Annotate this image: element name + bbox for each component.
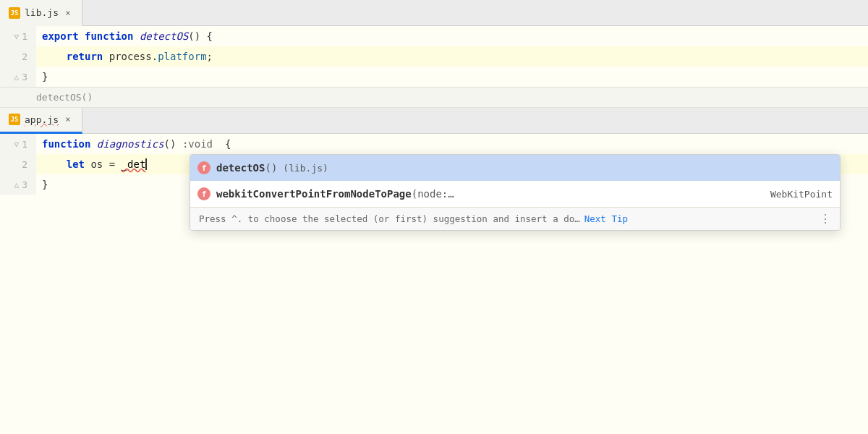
- lib-code-area: ▽ 1 export function detectOS() { 2 retur…: [0, 26, 868, 87]
- fn-diagnostics: diagnostics: [97, 138, 164, 150]
- lib-tab-bar: JS lib.js ×: [0, 0, 868, 26]
- ac-name-webkit: webkitConvertPointFromNodeToPage(node:…: [216, 188, 454, 200]
- ac-webkit-bold: webkitConvertPointFromNodeToPage: [216, 188, 412, 200]
- lib-line-1: ▽ 1 export function detectOS() {: [0, 26, 868, 46]
- tab-lib-js[interactable]: JS lib.js ×: [0, 0, 82, 26]
- ac-name-ectOS: ectOS: [234, 162, 265, 174]
- fold-marker-app-3[interactable]: △: [14, 180, 20, 190]
- lib-line-3-content: }: [36, 71, 868, 82]
- app-js-icon: JS: [9, 114, 20, 125]
- app-line-2-wrapper: 2 let os = _det f detectOS() (lib.js): [0, 154, 868, 174]
- editor-container: JS lib.js × ▽ 1 export function detectOS…: [0, 0, 868, 434]
- autocomplete-footer: Press ^. to choose the selected (or firs…: [190, 207, 840, 230]
- partial-input: _det: [122, 158, 146, 170]
- lib-js-icon: JS: [9, 7, 20, 19]
- fold-marker-3[interactable]: △: [14, 72, 20, 82]
- type-void: :void: [182, 138, 213, 150]
- app-parens: (): [164, 138, 182, 150]
- lib-line-2-content: return process.platform;: [36, 51, 868, 62]
- closing-brace-app: }: [42, 179, 48, 190]
- os-var: os =: [90, 158, 121, 170]
- lib-line-2: 2 return process.platform;: [0, 46, 868, 67]
- ac-parens-1: (): [265, 162, 277, 174]
- text-cursor: [145, 158, 147, 170]
- next-tip-link[interactable]: Next Tip: [584, 213, 628, 224]
- semicolon-1: ;: [207, 51, 213, 62]
- autocomplete-item-webkit[interactable]: f webkitConvertPointFromNodeToPage(node:…: [190, 181, 840, 207]
- platform-prop: platform: [158, 51, 206, 62]
- process-obj: process.: [109, 51, 158, 62]
- app-line-number-1: ▽ 1: [0, 134, 36, 154]
- app-open-brace: {: [213, 138, 231, 150]
- autocomplete-dropdown: f detectOS() (lib.js) f webkitConvertPoi…: [190, 154, 841, 231]
- lib-line-3: △ 3 }: [0, 67, 868, 87]
- ac-name-bold-detect: det: [216, 162, 234, 174]
- footer-text: Press ^. to choose the selected (or firs…: [199, 213, 580, 224]
- lib-line-number-3: △ 3: [0, 67, 36, 87]
- lib-line-number-1: ▽ 1: [0, 26, 36, 46]
- keyword-let: let: [42, 158, 90, 170]
- tab-app-js[interactable]: JS app.js ×: [0, 108, 82, 134]
- ac-type-webkit: WebKitPoint: [770, 189, 833, 200]
- keyword-function: function: [85, 30, 140, 42]
- app-editor-section: ▽ 1 function diagnostics() :void { 2 let…: [0, 134, 868, 434]
- hint-bar: detectOS(): [0, 87, 868, 107]
- fn-detect-os: detectOS: [140, 30, 188, 42]
- more-options-icon[interactable]: ⋮: [820, 212, 831, 226]
- lib-editor-section: ▽ 1 export function detectOS() { 2 retur…: [0, 26, 868, 108]
- lib-line-number-2: 2: [0, 46, 36, 67]
- lib-js-close[interactable]: ×: [63, 8, 73, 18]
- ac-name-detect-os: detectOS(): [216, 162, 277, 174]
- app-js-label: app.js: [25, 114, 59, 125]
- keyword-return: return: [42, 51, 109, 62]
- app-line-number-3: △ 3: [0, 174, 36, 195]
- hint-text: detectOS(): [36, 92, 93, 103]
- fn-parens: () {: [188, 30, 213, 42]
- app-js-close[interactable]: ×: [63, 114, 73, 124]
- ac-webkit-params: (node:…: [412, 188, 454, 200]
- lib-line-1-content: export function detectOS() {: [36, 30, 868, 42]
- lib-js-label: lib.js: [25, 7, 59, 18]
- fold-marker-1[interactable]: ▽: [14, 32, 20, 41]
- fold-marker-app-1[interactable]: ▽: [14, 140, 20, 149]
- closing-brace-1: }: [42, 71, 48, 82]
- app-line-1-content: function diagnostics() :void {: [36, 138, 868, 150]
- app-tab-bar: JS app.js ×: [0, 108, 868, 134]
- ac-icon-f-2: f: [197, 187, 210, 200]
- app-line-1: ▽ 1 function diagnostics() :void {: [0, 134, 868, 154]
- autocomplete-item-detect-os[interactable]: f detectOS() (lib.js): [190, 155, 840, 181]
- app-line-number-2: 2: [0, 154, 36, 174]
- keyword-export: export: [42, 30, 85, 42]
- ac-icon-f-1: f: [197, 161, 210, 174]
- app-keyword-function: function: [42, 138, 97, 150]
- ac-source-lib: (lib.js): [283, 163, 328, 174]
- app-code-area: ▽ 1 function diagnostics() :void { 2 let…: [0, 134, 868, 195]
